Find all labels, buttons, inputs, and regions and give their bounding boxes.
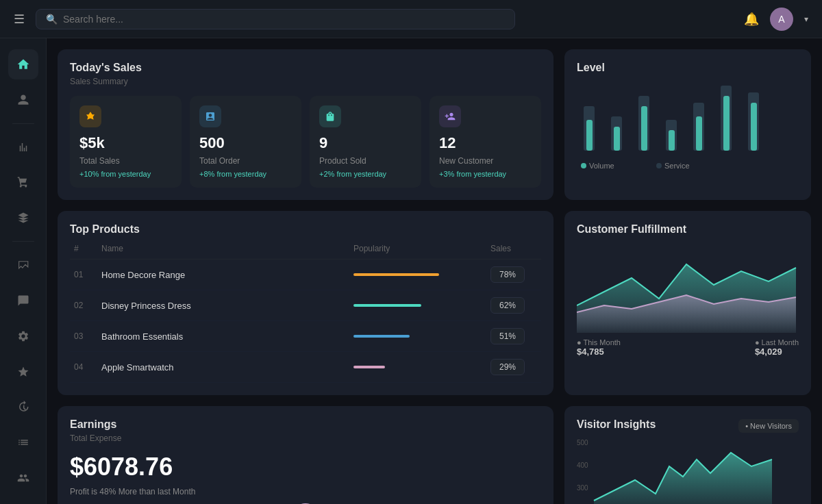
level-title: Level bbox=[577, 62, 799, 74]
top-products-card: Top Products # Name Popularity Sales 01 … bbox=[58, 211, 553, 395]
table-row: 01 Home Decore Range 78% bbox=[70, 260, 541, 290]
nav-right: 🔔 A ▾ bbox=[744, 8, 808, 31]
svg-text:Service: Service bbox=[664, 162, 690, 170]
row-sales: 62% bbox=[486, 290, 541, 321]
total-order-change: +8% from yesterday bbox=[199, 170, 292, 178]
total-sales-icon bbox=[79, 105, 101, 127]
menu-icon[interactable]: ☰ bbox=[14, 12, 25, 27]
product-sold-value: 9 bbox=[319, 134, 412, 152]
sidebar-item-analytics[interactable] bbox=[8, 427, 38, 457]
sidebar-item-home[interactable] bbox=[8, 49, 38, 79]
row-popularity bbox=[349, 260, 486, 290]
fulfillment-chart bbox=[577, 244, 799, 333]
col-header-sales: Sales bbox=[486, 238, 541, 260]
row-num: 04 bbox=[70, 352, 97, 383]
level-card: Level bbox=[564, 49, 811, 200]
search-icon: 🔍 bbox=[46, 14, 58, 25]
earnings-title: Earnings bbox=[70, 418, 541, 431]
svg-rect-13 bbox=[751, 103, 757, 151]
product-sold-icon bbox=[319, 105, 341, 127]
svg-rect-5 bbox=[641, 106, 647, 151]
main-layout: Today's Sales Sales Summary $5k Total Sa… bbox=[0, 38, 822, 504]
row-sales: 51% bbox=[486, 321, 541, 352]
total-order-label: Total Order bbox=[199, 156, 292, 166]
sidebar-item-user[interactable] bbox=[8, 85, 38, 115]
table-row: 03 Bathroom Essentials 51% bbox=[70, 321, 541, 352]
svg-point-16 bbox=[656, 163, 662, 168]
earnings-amount: $6078.76 bbox=[70, 453, 541, 481]
sidebar-item-trending[interactable] bbox=[8, 250, 38, 280]
svg-rect-9 bbox=[696, 116, 702, 151]
sidebar-divider-2 bbox=[12, 241, 34, 242]
todays-sales-card: Today's Sales Sales Summary $5k Total Sa… bbox=[58, 49, 553, 200]
stat-product-sold: 9 Product Sold +2% from yesterday bbox=[310, 96, 421, 188]
top-products-title: Top Products bbox=[70, 223, 541, 236]
products-table: # Name Popularity Sales 01 Home Decore R… bbox=[70, 238, 541, 383]
sidebar-item-chart[interactable] bbox=[8, 132, 38, 162]
row-num: 03 bbox=[70, 321, 97, 352]
col-header-popularity: Popularity bbox=[349, 238, 486, 260]
visitor-chart: 500 400 300 200 bbox=[577, 439, 799, 504]
svg-point-14 bbox=[581, 163, 586, 168]
svg-rect-1 bbox=[586, 120, 593, 151]
new-visitors-badge: • New Visitors bbox=[738, 419, 799, 433]
avatar[interactable]: A bbox=[770, 8, 793, 31]
table-row: 02 Disney Princess Dress 62% bbox=[70, 290, 541, 321]
svg-rect-3 bbox=[614, 127, 620, 151]
fulfillment-legend: ● This Month $4,785 ● Last Month $4,029 bbox=[577, 338, 799, 357]
sidebar-item-layers[interactable] bbox=[8, 203, 38, 233]
total-sales-change: +10% from yesterday bbox=[79, 170, 172, 178]
row-num: 01 bbox=[70, 260, 97, 290]
table-row: 04 Apple Smartwatch 29% bbox=[70, 352, 541, 383]
visitor-svg bbox=[594, 439, 772, 504]
product-sold-label: Product Sold bbox=[319, 156, 412, 166]
fulfillment-this-month: ● This Month $4,785 bbox=[577, 338, 621, 357]
sidebar-item-message[interactable] bbox=[8, 286, 38, 316]
sidebar-item-cart[interactable] bbox=[8, 167, 38, 197]
stat-total-sales: $5k Total Sales +10% from yesterday bbox=[70, 96, 182, 188]
new-customer-value: 12 bbox=[439, 134, 532, 152]
row-name: Disney Princess Dress bbox=[97, 290, 349, 321]
row-sales: 29% bbox=[486, 352, 541, 383]
row-name: Home Decore Range bbox=[97, 260, 349, 290]
fulfillment-svg bbox=[577, 244, 796, 333]
row-popularity bbox=[349, 321, 486, 352]
search-bar[interactable]: 🔍 bbox=[36, 9, 515, 29]
total-sales-label: Total Sales bbox=[79, 156, 172, 166]
earnings-note: Profit is 48% More than last Month bbox=[70, 487, 541, 496]
earnings-subtitle: Total Expense bbox=[70, 433, 541, 443]
product-sold-change: +2% from yesterday bbox=[319, 170, 412, 178]
total-order-value: 500 bbox=[199, 134, 292, 152]
total-sales-value: $5k bbox=[79, 134, 172, 152]
bell-icon[interactable]: 🔔 bbox=[744, 12, 759, 27]
fulfillment-last-month: ● Last Month $4,029 bbox=[755, 338, 799, 357]
svg-rect-11 bbox=[723, 96, 730, 151]
search-input[interactable] bbox=[63, 14, 505, 25]
sidebar-divider bbox=[12, 123, 34, 124]
row-name: Apple Smartwatch bbox=[97, 352, 349, 383]
last-month-value: $4,029 bbox=[755, 346, 799, 357]
chevron-down-icon[interactable]: ▾ bbox=[804, 14, 808, 24]
level-chart-svg: Volume Service bbox=[577, 82, 782, 171]
content-area: Today's Sales Sales Summary $5k Total Sa… bbox=[47, 38, 822, 504]
row-num: 02 bbox=[70, 290, 97, 321]
this-month-value: $4,785 bbox=[577, 346, 621, 357]
row-name: Bathroom Essentials bbox=[97, 321, 349, 352]
row-popularity bbox=[349, 352, 486, 383]
sidebar-item-team[interactable] bbox=[8, 463, 38, 493]
todays-sales-title: Today's Sales bbox=[70, 62, 541, 74]
svg-text:Volume: Volume bbox=[589, 162, 614, 170]
customer-fulfillment-card: Customer Fulfillment bbox=[564, 211, 811, 395]
topnav: ☰ 🔍 🔔 A ▾ bbox=[0, 0, 822, 38]
sidebar-item-history[interactable] bbox=[8, 392, 38, 422]
visitor-insights-card: Visitor Insights • New Visitors 500 400 … bbox=[564, 406, 811, 504]
col-header-num: # bbox=[70, 238, 97, 260]
new-customer-label: New Customer bbox=[439, 156, 532, 166]
sidebar-item-star[interactable] bbox=[8, 357, 38, 387]
earnings-card: Earnings Total Expense $6078.76 Profit i… bbox=[58, 406, 553, 504]
col-header-name: Name bbox=[97, 238, 349, 260]
visitor-title: Visitor Insights bbox=[577, 418, 656, 431]
new-customer-change: +3% from yesterday bbox=[439, 170, 532, 178]
total-order-icon bbox=[199, 105, 221, 127]
sidebar-item-settings[interactable] bbox=[8, 321, 38, 351]
